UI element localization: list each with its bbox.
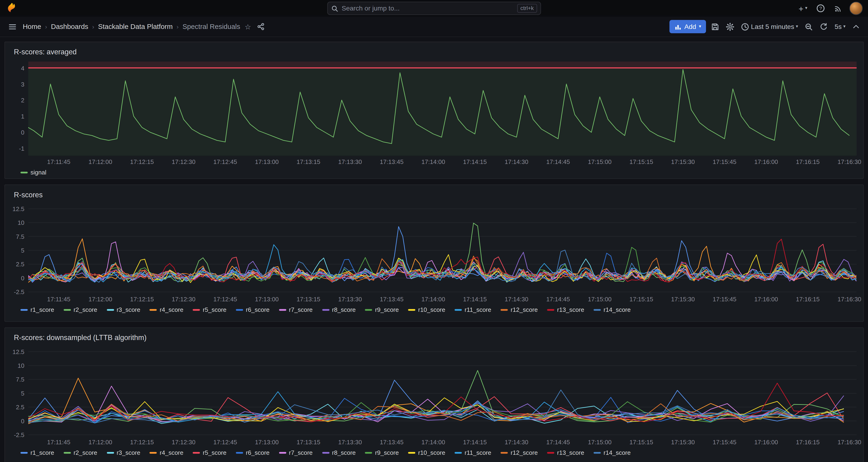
legend-item-r12_score[interactable]: r12_score xyxy=(501,306,538,313)
legend-swatch xyxy=(547,452,554,453)
legend-item-r6_score[interactable]: r6_score xyxy=(236,449,270,456)
legend: signal xyxy=(12,167,857,176)
panel-title[interactable]: R-scores xyxy=(14,190,43,199)
legend-item-r3_score[interactable]: r3_score xyxy=(106,306,140,313)
legend-swatch xyxy=(322,309,329,310)
x-axis-label: 17:11:45 xyxy=(47,296,70,303)
x-axis-label: 17:14:30 xyxy=(504,296,528,303)
search-shortcut-kbd: ctrl+k xyxy=(517,4,537,13)
x-axis-label: 17:14:30 xyxy=(504,439,528,445)
legend-label: r10_score xyxy=(418,306,445,313)
y-axis-label: 5 xyxy=(21,390,25,397)
news-button[interactable] xyxy=(832,3,844,13)
legend-item-r5_score[interactable]: r5_score xyxy=(193,306,226,313)
x-axis: 17:11:4517:12:0017:12:1517:12:3017:12:45… xyxy=(12,295,857,305)
x-axis-label: 17:15:45 xyxy=(713,439,737,445)
legend-label: r11_score xyxy=(465,306,491,313)
dashboard-settings-button[interactable] xyxy=(724,21,736,32)
legend-item-r4_score[interactable]: r4_score xyxy=(150,449,183,456)
y-axis-label: 1 xyxy=(21,113,25,120)
legend-label: r11_score xyxy=(465,449,491,456)
legend-item-r13_score[interactable]: r13_score xyxy=(547,449,584,456)
legend-item-r14_score[interactable]: r14_score xyxy=(594,306,631,313)
breadcrumb-dashboards[interactable]: Dashboards xyxy=(51,23,88,30)
breadcrumb-folder[interactable]: Stackable Data Platform xyxy=(98,23,173,30)
x-axis-label: 17:16:30 xyxy=(837,296,861,303)
legend-item-r10_score[interactable]: r10_score xyxy=(408,449,445,456)
legend-item-r2_score[interactable]: r2_score xyxy=(64,306,97,313)
refresh-button[interactable] xyxy=(818,21,830,32)
timeseries-chart[interactable] xyxy=(28,347,857,436)
legend-item-signal[interactable]: signal xyxy=(21,169,46,176)
legend-item-r11_score[interactable]: r11_score xyxy=(455,306,491,313)
legend-item-r13_score[interactable]: r13_score xyxy=(547,306,584,313)
panel-title[interactable]: R-scores: downsampled (LTTB algorithm) xyxy=(14,334,147,342)
save-dashboard-button[interactable] xyxy=(709,21,721,32)
y-axis-label: 2.5 xyxy=(16,260,24,268)
legend-item-r4_score[interactable]: r4_score xyxy=(150,306,183,313)
legend-label: r4_score xyxy=(160,306,184,313)
add-panel-button[interactable]: Add ▾ xyxy=(669,20,706,33)
legend-item-r7_score[interactable]: r7_score xyxy=(279,449,312,456)
legend-item-r9_score[interactable]: r9_score xyxy=(365,449,399,456)
legend-item-r14_score[interactable]: r14_score xyxy=(594,449,631,456)
breadcrumb-home[interactable]: Home xyxy=(23,23,41,30)
legend-label: r8_score xyxy=(332,449,356,456)
legend-item-r7_score[interactable]: r7_score xyxy=(279,306,312,313)
time-range-picker[interactable]: Last 5 minutes ▾ xyxy=(739,21,800,32)
legend-item-r1_score[interactable]: r1_score xyxy=(21,306,54,313)
legend-swatch xyxy=(501,452,508,453)
x-axis-label: 17:16:00 xyxy=(754,296,778,303)
legend-item-r8_score[interactable]: r8_score xyxy=(322,449,355,456)
breadcrumb: Home › Dashboards › Stackable Data Platf… xyxy=(23,23,240,30)
grafana-dashboard: Search or jump to... ctrl+k + ▾ ? xyxy=(0,0,868,462)
grafana-logo[interactable] xyxy=(6,2,18,14)
rss-icon xyxy=(834,4,842,12)
legend-label: r7_score xyxy=(289,449,313,456)
zoom-out-button[interactable] xyxy=(803,21,815,32)
timeseries-chart[interactable] xyxy=(28,62,857,156)
user-avatar[interactable] xyxy=(849,2,863,15)
legend-item-r5_score[interactable]: r5_score xyxy=(193,449,226,456)
timeseries-chart[interactable] xyxy=(28,204,857,293)
search-input[interactable]: Search or jump to... ctrl+k xyxy=(327,2,541,15)
legend-item-r2_score[interactable]: r2_score xyxy=(64,449,97,456)
legend-item-r3_score[interactable]: r3_score xyxy=(106,449,140,456)
legend-swatch xyxy=(64,452,71,453)
legend-item-r1_score[interactable]: r1_score xyxy=(21,449,54,456)
x-axis-label: 17:13:00 xyxy=(255,158,279,165)
help-button[interactable]: ? xyxy=(815,3,827,14)
share-button[interactable] xyxy=(255,22,267,32)
x-axis-label: 17:13:15 xyxy=(297,439,320,445)
legend-label: r2_score xyxy=(73,449,97,456)
x-axis-label: 17:15:00 xyxy=(588,439,612,445)
legend-item-r8_score[interactable]: r8_score xyxy=(322,306,355,313)
collapse-controls-button[interactable] xyxy=(850,22,862,32)
x-axis-label: 17:15:00 xyxy=(588,296,612,303)
x-axis-label: 17:16:15 xyxy=(796,158,820,165)
x-axis-label: 17:15:00 xyxy=(588,158,612,165)
legend-item-r11_score[interactable]: r11_score xyxy=(455,449,491,456)
x-axis-label: 17:16:00 xyxy=(754,158,778,165)
chevron-up-icon xyxy=(852,23,860,30)
new-button[interactable]: + ▾ xyxy=(797,3,809,13)
search-placeholder: Search or jump to... xyxy=(342,4,514,12)
refresh-interval-picker[interactable]: 5s ▾ xyxy=(833,22,847,32)
x-axis-label: 17:12:15 xyxy=(130,158,154,165)
x-axis-label: 17:16:30 xyxy=(837,158,861,165)
x-axis-label: 17:12:00 xyxy=(89,158,113,165)
mega-menu-toggle[interactable] xyxy=(7,21,19,32)
favorite-star-button[interactable]: ☆ xyxy=(245,22,251,31)
y-axis-label: 5 xyxy=(21,247,25,254)
legend-item-r12_score[interactable]: r12_score xyxy=(501,449,538,456)
legend-item-r9_score[interactable]: r9_score xyxy=(365,306,399,313)
plus-icon: + xyxy=(799,4,803,12)
x-axis-label: 17:14:00 xyxy=(421,158,445,165)
x-axis-label: 17:14:00 xyxy=(421,439,445,445)
legend-item-r6_score[interactable]: r6_score xyxy=(236,306,270,313)
legend-item-r10_score[interactable]: r10_score xyxy=(408,306,445,313)
share-icon xyxy=(257,23,265,30)
x-axis-label: 17:15:45 xyxy=(713,158,737,165)
x-axis-label: 17:12:00 xyxy=(89,439,113,445)
panel-title[interactable]: R-scores: averaged xyxy=(14,48,76,56)
